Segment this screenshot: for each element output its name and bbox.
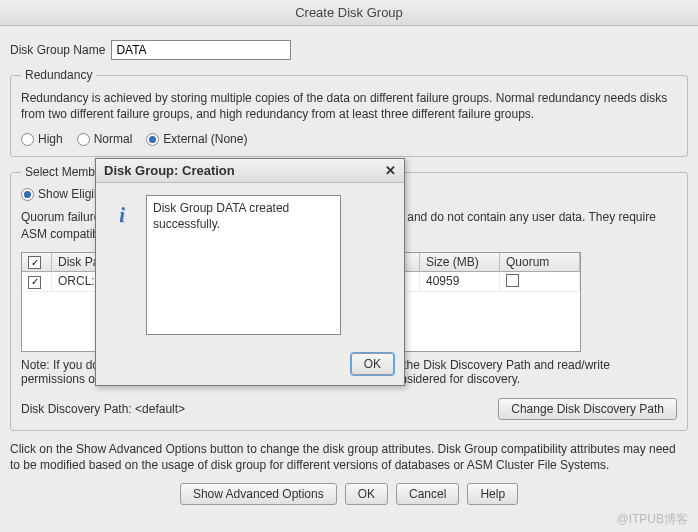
redundancy-high-option[interactable]: High bbox=[21, 132, 63, 146]
redundancy-external-option[interactable]: External (None) bbox=[146, 132, 247, 146]
dialog-titlebar: Disk Group: Creation ✕ bbox=[96, 159, 404, 183]
footer-description: Click on the Show Advanced Options butto… bbox=[10, 441, 688, 473]
show-advanced-options-button[interactable]: Show Advanced Options bbox=[180, 483, 337, 505]
redundancy-legend: Redundancy bbox=[21, 68, 96, 82]
radio-icon bbox=[21, 133, 34, 146]
dialog-title: Disk Group: Creation bbox=[104, 163, 235, 178]
redundancy-options: High Normal External (None) bbox=[21, 132, 677, 146]
header-select-all[interactable] bbox=[22, 253, 52, 273]
redundancy-fieldset: Redundancy Redundancy is achieved by sto… bbox=[10, 68, 688, 157]
help-button[interactable]: Help bbox=[467, 483, 518, 505]
radio-icon bbox=[21, 188, 34, 201]
redundancy-normal-label: Normal bbox=[94, 132, 133, 146]
row-checkbox-cell[interactable] bbox=[22, 272, 52, 292]
window-titlebar: Create Disk Group bbox=[0, 0, 698, 26]
row-size-cell: 40959 bbox=[420, 272, 500, 292]
discovery-path-label: Disk Discovery Path: bbox=[21, 402, 132, 416]
ok-button[interactable]: OK bbox=[345, 483, 388, 505]
creation-dialog: Disk Group: Creation ✕ i Disk Group DATA… bbox=[95, 158, 405, 386]
discovery-path-row: Disk Discovery Path: <default> Change Di… bbox=[21, 398, 677, 420]
dialog-ok-button[interactable]: OK bbox=[351, 353, 394, 375]
disk-group-name-label: Disk Group Name bbox=[10, 43, 105, 57]
row-quorum-cell[interactable] bbox=[500, 272, 580, 292]
cancel-button[interactable]: Cancel bbox=[396, 483, 459, 505]
discovery-path-value: <default> bbox=[135, 402, 185, 416]
redundancy-high-label: High bbox=[38, 132, 63, 146]
dialog-footer: OK bbox=[96, 347, 404, 385]
radio-icon bbox=[146, 133, 159, 146]
close-icon[interactable]: ✕ bbox=[385, 163, 396, 178]
disk-group-name-input[interactable] bbox=[111, 40, 291, 60]
redundancy-description: Redundancy is achieved by storing multip… bbox=[21, 90, 677, 122]
change-discovery-path-button[interactable]: Change Disk Discovery Path bbox=[498, 398, 677, 420]
header-size[interactable]: Size (MB) bbox=[420, 253, 500, 273]
checkbox-icon bbox=[506, 274, 519, 287]
checkbox-icon bbox=[28, 276, 41, 289]
watermark: @ITPUB博客 bbox=[616, 511, 688, 528]
header-quorum[interactable]: Quorum bbox=[500, 253, 580, 273]
radio-icon bbox=[77, 133, 90, 146]
dialog-body: i Disk Group DATA created successfully. bbox=[96, 183, 404, 347]
name-row: Disk Group Name bbox=[10, 40, 688, 60]
dialog-message: Disk Group DATA created successfully. bbox=[146, 195, 341, 335]
redundancy-normal-option[interactable]: Normal bbox=[77, 132, 133, 146]
window-title: Create Disk Group bbox=[295, 5, 403, 20]
checkbox-icon bbox=[28, 256, 41, 269]
redundancy-external-label: External (None) bbox=[163, 132, 247, 146]
discovery-path-text: Disk Discovery Path: <default> bbox=[21, 402, 185, 416]
footer-buttons: Show Advanced Options OK Cancel Help bbox=[10, 483, 688, 505]
info-icon: i bbox=[108, 201, 136, 229]
